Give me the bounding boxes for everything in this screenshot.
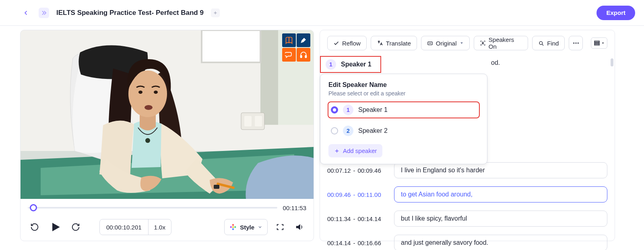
page-title: IELTS Speaking Practice Test- Perfect Ba…: [56, 9, 204, 17]
line-text[interactable]: and just generally savory food.: [394, 235, 607, 250]
translate-button[interactable]: Translate: [371, 36, 417, 50]
speaker-header[interactable]: 1 Speaker 1: [320, 56, 381, 73]
line-text[interactable]: I live in England so it's harder: [394, 162, 607, 178]
timeline-track[interactable]: [28, 207, 277, 209]
back-button[interactable]: [20, 7, 31, 19]
export-button[interactable]: Export: [597, 6, 635, 20]
original-label: Original: [436, 40, 457, 47]
search-icon: [538, 40, 544, 46]
line-text[interactable]: to get Asian food around,: [394, 186, 607, 202]
svg-marker-21: [52, 223, 60, 231]
add-speaker-button[interactable]: Add speaker: [328, 144, 382, 157]
svg-point-31: [482, 42, 483, 43]
svg-rect-20: [305, 56, 306, 58]
svg-rect-38: [594, 43, 599, 44]
find-label: Find: [547, 40, 559, 47]
speakers-button[interactable]: Speakers On: [474, 36, 528, 50]
playback-rate[interactable]: 1.0x: [148, 219, 171, 235]
chat-icon: [282, 48, 296, 62]
timecode-box[interactable]: 00:00:10.201 1.0x: [99, 219, 171, 235]
speaker-option-1[interactable]: 1 Speaker 1: [328, 102, 479, 118]
svg-point-23: [232, 224, 234, 226]
transcript-panel: Reflow Translate Original Speakers On Fi…: [320, 30, 615, 241]
line-times: 00:14.14-00:16.66: [327, 240, 387, 246]
style-label: Style: [240, 224, 254, 231]
document-icon: [39, 8, 49, 18]
chevron-down-icon: [258, 225, 262, 229]
video-timeline[interactable]: 00:11:53: [21, 199, 314, 217]
style-button[interactable]: Style: [224, 219, 268, 235]
speaker-option-label: Speaker 2: [358, 127, 388, 134]
add-tab-button[interactable]: [211, 8, 220, 17]
svg-point-35: [575, 43, 576, 44]
svg-point-25: [232, 228, 234, 230]
play-icon: [50, 221, 61, 233]
video-panel: 00:11:53 00:00:10.201 1.0x Style: [20, 30, 314, 241]
volume-button[interactable]: [293, 220, 306, 234]
translate-label: Translate: [386, 40, 411, 47]
speakers-label: Speakers On: [489, 36, 522, 50]
svg-point-14: [138, 91, 142, 94]
headphones-icon: [297, 48, 310, 62]
find-button[interactable]: Find: [532, 36, 565, 50]
svg-marker-30: [460, 42, 463, 44]
reflow-label: Reflow: [342, 40, 361, 47]
svg-rect-19: [301, 56, 302, 58]
video-still: [21, 30, 314, 199]
dropdown-title: Edit Speaker Name: [328, 81, 479, 89]
svg-point-16: [144, 105, 153, 110]
translate-icon: [377, 40, 383, 46]
svg-point-12: [145, 138, 150, 143]
timecode: 00:00:10.201: [100, 219, 148, 235]
svg-line-33: [542, 44, 543, 45]
speaker-option-2[interactable]: 2 Speaker 2: [328, 123, 479, 138]
speaker-option-label: Speaker 1: [358, 106, 388, 114]
volume-icon: [295, 223, 304, 231]
svg-point-26: [230, 226, 232, 228]
video-overlay-badges: [282, 33, 310, 62]
svg-rect-18: [214, 185, 219, 189]
transcript-line[interactable]: 00:09.46-00:11.00 to get Asian food arou…: [327, 182, 607, 207]
transcript-line[interactable]: 00:14.14-00:16.66 and just generally sav…: [327, 231, 607, 250]
pen-icon: [297, 33, 310, 47]
transcript-line[interactable]: 00:11.34-00:14.14 but I like spicy, flav…: [327, 207, 607, 231]
play-button[interactable]: [47, 219, 63, 235]
more-icon: [572, 39, 580, 47]
svg-point-36: [577, 43, 578, 44]
person-focus-icon: [480, 40, 486, 46]
reflow-button[interactable]: Reflow: [327, 36, 367, 50]
caret-down-icon: [601, 41, 605, 45]
radio-selected-icon: [331, 106, 338, 114]
svg-marker-27: [296, 224, 300, 230]
book-icon: [282, 33, 296, 47]
caret-down-icon: [460, 41, 464, 45]
video-duration: 00:11:53: [283, 205, 306, 211]
original-button[interactable]: Original: [421, 36, 470, 50]
radio-unselected-icon: [331, 127, 338, 134]
forward-button[interactable]: [69, 220, 83, 234]
check-icon: [333, 40, 339, 46]
video-frame[interactable]: [21, 30, 314, 199]
rewind-button[interactable]: [28, 220, 41, 234]
line-text[interactable]: but I like spicy, flavorful: [394, 211, 607, 227]
speaker-option-badge: 1: [343, 105, 353, 115]
text-box-icon: [427, 40, 433, 46]
line-times: 00:11.34-00:14.14: [327, 215, 387, 222]
svg-point-24: [234, 226, 236, 228]
dropdown-subtitle: Please select or edit a speaker: [328, 90, 479, 97]
list-icon: [594, 40, 600, 46]
plus-icon: [334, 148, 340, 154]
fullscreen-button[interactable]: [273, 220, 287, 234]
layout-list-button[interactable]: [591, 37, 607, 49]
chevron-left-icon: [23, 10, 29, 16]
timeline-handle[interactable]: [30, 204, 37, 211]
svg-rect-11: [255, 116, 262, 126]
speaker-option-badge: 2: [343, 126, 353, 136]
speaker-number-badge: 1: [326, 59, 336, 70]
more-button[interactable]: [569, 36, 583, 50]
svg-rect-10: [244, 116, 252, 126]
flower-icon: [229, 223, 237, 231]
transcript-lines: 00:07.12-00:09.46 I live in England so i…: [320, 158, 615, 250]
svg-point-15: [154, 91, 158, 94]
peek-text-1: od.: [491, 59, 500, 66]
